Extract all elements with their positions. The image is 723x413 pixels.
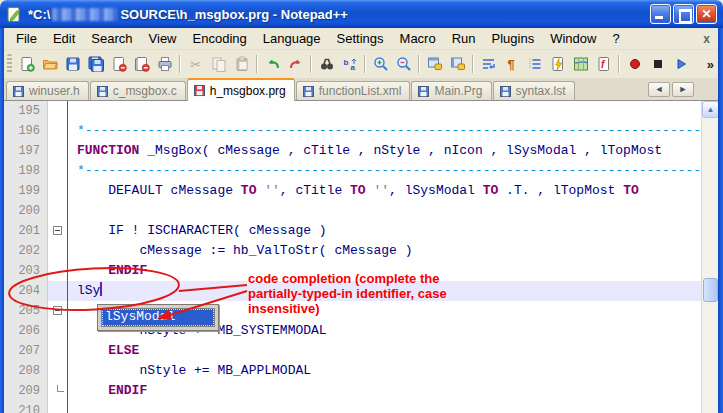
close-document-x[interactable]: x [703,32,710,46]
menu-run[interactable]: Run [444,29,484,48]
fold-collapse-icon[interactable] [53,306,62,315]
sync-scroll-vertical-icon[interactable] [424,54,445,75]
code-text[interactable] [70,201,718,221]
code-line-196: 196*------------------------------------… [4,121,718,141]
save-all-icon[interactable] [85,54,106,75]
code-text[interactable]: ENDIF [70,261,718,281]
zoom-in-icon[interactable] [370,54,391,75]
maximize-button[interactable] [673,4,694,24]
notepad-plus-plus-icon [6,6,23,23]
show-all-chars-icon[interactable]: ¶ [501,54,522,75]
window-border-left [0,28,4,413]
code-text[interactable]: DEFAULT cMessage TO '', cTitle TO '', lS… [70,181,718,201]
code-segment: FUNCTION [77,143,139,158]
fold-end-icon [57,385,64,392]
code-text[interactable]: cMessage := hb_ValToStr( cMessage ) [70,241,718,261]
tab-bar: winuser.hc_msgbox.ch_msgbox.prgfunctionL… [4,78,718,101]
code-text[interactable] [70,101,718,121]
code-segment: ENDIF [77,383,147,398]
menu-edit[interactable]: Edit [45,29,83,48]
close-button[interactable]: ✕ [696,4,717,24]
tab-scroll-right-icon[interactable]: ► [672,82,694,97]
text-caret [100,282,102,296]
saved-floppy-icon [500,86,511,97]
document-map-icon[interactable] [570,54,591,75]
code-line-197: 197FUNCTION _MsgBox( cMessage , cTitle ,… [4,141,718,161]
menu-window[interactable]: Window [542,29,604,48]
menu-bar: FileEditSearchViewEncodingLanguageSettin… [4,28,718,50]
menu-search[interactable]: Search [83,29,140,48]
find-icon[interactable] [316,54,337,75]
tab-main-prg[interactable]: Main.Prg [411,81,491,100]
code-text[interactable] [70,401,718,413]
tab-scroll-left-icon[interactable]: ◄ [648,82,670,97]
close-all-icon[interactable] [131,54,152,75]
toolbar-overflow-chevron[interactable]: » [707,57,714,72]
minimize-button[interactable] [650,4,671,24]
line-number: 199 [4,181,48,201]
vertical-scrollbar[interactable]: ▲ [701,101,718,413]
code-text[interactable]: nStyle += MB_APPLMODAL [70,361,718,381]
menu-macro[interactable]: Macro [392,29,444,48]
menu-file[interactable]: File [8,29,45,48]
code-text[interactable]: ENDIF [70,381,718,401]
title-bar[interactable]: *C:\ SOURCE\h_msgbox.prg - Notepad++ ✕ [0,0,723,28]
code-segment: lSy [77,283,100,298]
indent-guide-icon[interactable] [524,54,545,75]
menu-view[interactable]: View [141,29,185,48]
toolbar-separator [418,55,420,73]
line-number: 195 [4,101,48,121]
zoom-out-icon[interactable] [393,54,414,75]
line-number: 200 [4,201,48,221]
function-list-icon[interactable]: f [593,54,614,75]
new-file-icon[interactable] [16,54,37,75]
tab-functionlist-xml[interactable]: functionList.xml [296,81,411,100]
function-completion-icon[interactable] [547,54,568,75]
undo-icon[interactable] [262,54,283,75]
code-editor[interactable]: 195196*---------------------------------… [4,101,718,413]
record-macro-icon[interactable] [624,54,645,75]
print-icon[interactable] [154,54,175,75]
code-segment: '' [256,183,279,198]
tab-scroll-buttons: ◄► [648,82,694,97]
tab-h-msgbox-prg[interactable]: h_msgbox.prg [187,78,295,101]
menu-encoding[interactable]: Encoding [185,29,255,48]
menu-settings[interactable]: Settings [329,29,392,48]
code-text[interactable]: FUNCTION _MsgBox( cMessage , cTitle , nS… [70,141,718,161]
code-line-198: 198*------------------------------------… [4,161,718,181]
replace-icon[interactable]: ba [339,54,360,75]
svg-text:¶: ¶ [507,57,514,72]
close-file-icon[interactable] [108,54,129,75]
redacted-path-segment [52,8,118,21]
tab-winuser-h[interactable]: winuser.h [6,81,89,100]
redo-icon[interactable] [285,54,306,75]
menu-?[interactable]: ? [604,29,627,48]
open-folder-icon[interactable] [39,54,60,75]
menu-plugins[interactable]: Plugins [484,29,543,48]
stop-macro-icon[interactable] [647,54,668,75]
code-text[interactable]: lSy [70,281,718,301]
code-segment: TO [623,183,639,198]
line-number: 206 [4,321,48,341]
code-text[interactable]: *---------------------------------------… [70,161,718,181]
scroll-up-arrow[interactable]: ▲ [702,101,718,118]
word-wrap-icon[interactable] [478,54,499,75]
play-macro-icon[interactable] [670,54,691,75]
code-text[interactable]: IF ! ISCHARACTER( cMessage ) [70,221,718,241]
autocomplete-item-lsysmodal[interactable]: lSysModal [102,309,214,326]
saved-floppy-icon [13,86,24,97]
sync-scroll-horizontal-icon[interactable] [447,54,468,75]
code-line-207: 207 ELSE [4,341,718,361]
scrollbar-thumb[interactable] [703,278,718,302]
code-segment: , lSysModal [389,183,483,198]
save-icon[interactable] [62,54,83,75]
code-text[interactable]: *---------------------------------------… [70,121,718,141]
tab-syntax-lst[interactable]: syntax.lst [493,81,575,100]
fold-collapse-icon[interactable] [53,226,62,235]
code-text[interactable]: ELSE [70,341,718,361]
code-segment: ELSE [77,343,139,358]
menu-language[interactable]: Language [255,29,329,48]
code-line-209: 209 ENDIF [4,381,718,401]
tab-c-msgbox-c[interactable]: c_msgbox.c [90,81,186,100]
fold-margin-line [67,101,68,413]
